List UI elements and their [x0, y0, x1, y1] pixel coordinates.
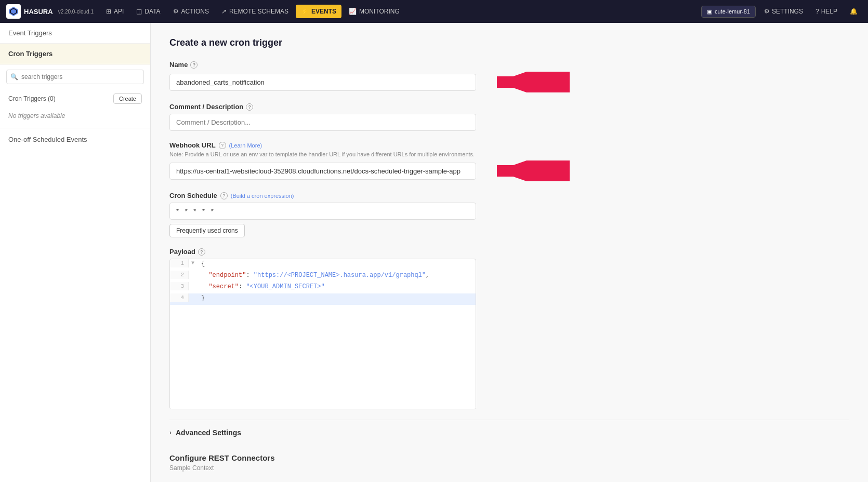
create-trigger-button[interactable]: Create [113, 93, 142, 104]
webhook-section: Webhook URL ? (Learn More) Note: Provide… [169, 141, 849, 181]
comment-label: Comment / Description ? [169, 103, 849, 111]
code-editor-empty-space [170, 305, 476, 409]
cron-help-icon[interactable]: ? [220, 192, 228, 199]
webhook-input[interactable] [169, 163, 476, 180]
webhook-label: Webhook URL [169, 141, 216, 149]
sidebar-item-oneoff[interactable]: One-off Scheduled Events [0, 128, 150, 151]
logo-text: HASURA [24, 8, 53, 16]
page-title: Create a new cron trigger [169, 37, 849, 48]
project-name: cute-lemur-81 [715, 8, 750, 15]
cron-label: Cron Schedule [169, 192, 217, 199]
build-cron-link[interactable]: (Build a cron expression) [231, 193, 294, 199]
nav-data[interactable]: ◫DATA [131, 5, 165, 18]
api-icon: ⊞ [106, 8, 111, 15]
top-navigation: HASURA v2.20.0-cloud.1 ⊞API ◫DATA ⚙ACTIO… [0, 0, 868, 23]
code-line-1: 1 ▼ { [170, 259, 476, 271]
code-line-3: 3 "secret": "<YOUR_ADMIN_SECRET>" [170, 282, 476, 293]
webhook-input-row [169, 160, 849, 181]
arrow-name-field [486, 72, 570, 92]
frequently-used-crons-button[interactable]: Frequently used crons [169, 224, 245, 237]
arrow-webhook-field [486, 160, 570, 181]
nav-remote-schemas[interactable]: ↗REMOTE SCHEMAS [216, 5, 294, 18]
cron-header: Cron Schedule ? (Build a cron expression… [169, 192, 849, 199]
name-label: Name ? [169, 61, 849, 69]
project-selector[interactable]: ▣ cute-lemur-81 [701, 6, 756, 18]
webhook-header: Webhook URL ? (Learn More) [169, 141, 849, 149]
payload-section: Payload ? 1 ▼ { 2 "endpoint": "https://<… [169, 248, 849, 409]
learn-more-link[interactable]: (Learn More) [229, 142, 262, 149]
gear-icon: ⚙ [764, 8, 770, 15]
comment-help-icon[interactable]: ? [246, 103, 253, 111]
cron-triggers-count: Cron Triggers (0) [8, 95, 56, 102]
cron-section: Cron Schedule ? (Build a cron expression… [169, 192, 849, 237]
name-section: Name ? [169, 61, 849, 92]
code-line-2: 2 "endpoint": "https://<PROJECT_NAME>.ha… [170, 271, 476, 282]
advanced-settings-label: Advanced Settings [176, 429, 241, 437]
cron-triggers-header: Cron Triggers (0) Create [0, 89, 150, 108]
comment-section: Comment / Description ? [169, 103, 849, 131]
version-text: v2.20.0-cloud.1 [58, 9, 94, 15]
nav-events[interactable]: ⚡EVENTS [296, 5, 341, 18]
nav-right-section: ▣ cute-lemur-81 ⚙ SETTINGS ? HELP 🔔 [701, 6, 862, 18]
search-icon: 🔍 [10, 73, 18, 81]
webhook-note: Note: Provide a URL or use an env var to… [169, 151, 849, 157]
rest-subtitle: Sample Context [169, 464, 849, 472]
chevron-right-icon: › [169, 429, 172, 436]
advanced-settings-toggle[interactable]: › Advanced Settings [169, 429, 849, 437]
rest-title: Configure REST Connectors [169, 453, 849, 462]
logo: HASURA v2.20.0-cloud.1 [6, 4, 94, 19]
nav-api[interactable]: ⊞API [101, 5, 129, 18]
events-icon: ⚡ [301, 8, 309, 15]
terminal-icon: ▣ [707, 8, 712, 15]
sidebar-item-event-triggers[interactable]: Event Triggers [0, 23, 150, 44]
name-input-row [169, 72, 849, 92]
actions-icon: ⚙ [173, 8, 179, 15]
help-icon: ? [816, 8, 819, 15]
main-content: Create a new cron trigger Name ? [151, 23, 868, 482]
notification-button[interactable]: 🔔 [846, 6, 862, 17]
nav-monitoring[interactable]: 📈MONITORING [344, 5, 405, 18]
settings-button[interactable]: ⚙ SETTINGS [760, 6, 807, 17]
name-help-icon[interactable]: ? [190, 61, 198, 69]
logo-icon [6, 4, 21, 19]
payload-label: Payload ? [169, 248, 849, 256]
search-input[interactable] [6, 70, 144, 84]
sidebar-cron-triggers-section: Cron Triggers [0, 44, 150, 64]
sidebar: Event Triggers Cron Triggers 🔍 Cron Trig… [0, 23, 151, 482]
search-box: 🔍 [6, 70, 144, 84]
webhook-help-icon[interactable]: ? [219, 142, 226, 149]
comment-input[interactable] [169, 114, 476, 131]
cron-input[interactable] [169, 203, 476, 220]
help-button[interactable]: ? HELP [811, 6, 841, 17]
no-triggers-label: No triggers available [0, 108, 150, 128]
data-icon: ◫ [136, 8, 142, 15]
bell-icon: 🔔 [850, 8, 858, 15]
name-input[interactable] [169, 74, 476, 91]
sidebar-cron-title: Cron Triggers [8, 50, 142, 58]
rest-section: Configure REST Connectors Sample Context [169, 445, 849, 480]
remote-schemas-icon: ↗ [221, 8, 227, 15]
payload-editor[interactable]: 1 ▼ { 2 "endpoint": "https://<PROJECT_NA… [169, 259, 476, 409]
payload-help-icon[interactable]: ? [198, 248, 205, 256]
code-line-4: 4 } [170, 293, 476, 305]
advanced-section: › Advanced Settings [169, 420, 849, 445]
nav-actions[interactable]: ⚙ACTIONS [168, 5, 214, 18]
main-layout: Event Triggers Cron Triggers 🔍 Cron Trig… [0, 23, 868, 482]
monitoring-icon: 📈 [349, 8, 357, 15]
